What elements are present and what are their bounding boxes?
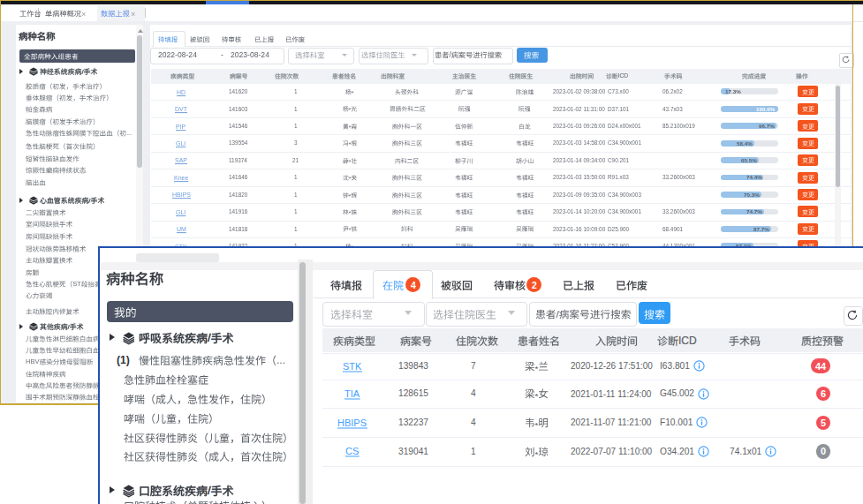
svg-text:F10.001: F10.001: [660, 417, 693, 427]
svg-text:O34.201: O34.201: [660, 447, 694, 456]
svg-text:*: *: [535, 449, 539, 459]
svg-text:2023-01-02 09:38:00: 2023-01-02 09:38:00: [553, 88, 606, 94]
svg-text:2023-01-09 09:35:00: 2023-01-09 09:35:00: [553, 192, 606, 198]
svg-text:R91.x03: R91.x03: [608, 174, 629, 180]
svg-text:-: -: [221, 51, 223, 60]
svg-text:CS: CS: [345, 446, 359, 456]
svg-text:C73.x00: C73.x00: [608, 88, 629, 94]
svg-text:70.3%: 70.3%: [744, 192, 760, 198]
svg-text:ICD: ICD: [618, 73, 629, 79]
svg-text:1: 1: [294, 88, 298, 94]
svg-text:33.2600x003: 33.2600x003: [662, 174, 695, 180]
svg-text:I63.801: I63.801: [660, 361, 690, 371]
svg-text:17.3%: 17.3%: [725, 88, 741, 94]
svg-text:2023-08-24: 2023-08-24: [231, 51, 269, 60]
svg-text:139843: 139843: [398, 361, 428, 371]
svg-text:68.4901: 68.4901: [662, 226, 683, 232]
svg-text:2023-01-14 09:34:00: 2023-01-14 09:34:00: [553, 157, 606, 163]
svg-text:2023-01-03 15:50:00: 2023-01-03 15:50:00: [553, 174, 606, 180]
svg-text:85.2100x019: 85.2100x019: [662, 123, 695, 129]
svg-text:/: /: [68, 323, 71, 331]
svg-text:2023-01-02 11:31:00: 2023-01-02 11:31:00: [553, 106, 605, 112]
svg-text:ST: ST: [72, 281, 81, 289]
svg-text:2022-08-24: 2022-08-24: [158, 51, 197, 60]
svg-text:...: ...: [276, 355, 285, 367]
svg-text:33.2600x003: 33.2600x003: [662, 208, 695, 214]
svg-text:132237: 132237: [398, 417, 428, 427]
svg-text:87.7%: 87.7%: [753, 226, 769, 232]
svg-text:5: 5: [821, 417, 826, 428]
svg-text:×: ×: [131, 9, 135, 18]
svg-text:*: *: [535, 391, 539, 401]
svg-text:1: 1: [294, 123, 298, 129]
svg-text:141916: 141916: [229, 208, 248, 214]
svg-text:*: *: [352, 90, 354, 96]
svg-text:C34.900x001: C34.900x001: [608, 139, 641, 146]
svg-text:/: /: [207, 331, 210, 344]
svg-text:141603: 141603: [229, 106, 248, 112]
svg-text:/: /: [88, 196, 91, 204]
svg-text:1: 1: [294, 192, 298, 198]
svg-text:...: ...: [126, 129, 132, 137]
svg-text:65.5%: 65.5%: [741, 157, 757, 163]
svg-text:*: *: [349, 176, 352, 182]
svg-text:21: 21: [292, 157, 299, 163]
svg-text:GLI: GLI: [176, 140, 185, 147]
svg-text:6: 6: [821, 388, 826, 399]
svg-text:TIA: TIA: [344, 388, 360, 399]
svg-text:2023-01-03 14:58:00: 2023-01-03 14:58:00: [553, 139, 606, 146]
svg-text:06.2x02: 06.2x02: [662, 88, 683, 94]
svg-text:141646: 141646: [229, 174, 248, 180]
svg-text:C34.900x001: C34.900x001: [608, 208, 641, 214]
svg-text:319041: 319041: [398, 447, 428, 456]
svg-text:2022-07-07 11:10:00: 2022-07-07 11:10:00: [571, 447, 653, 456]
svg-text:*: *: [349, 210, 352, 216]
svg-text:*: *: [349, 141, 352, 147]
svg-text:HBIPS: HBIPS: [172, 192, 191, 198]
svg-text:/: /: [81, 68, 84, 76]
svg-text:1: 1: [471, 447, 476, 456]
svg-text:1: 1: [294, 208, 298, 214]
svg-text:2021-01-11 11:24:00: 2021-01-11 11:24:00: [571, 389, 652, 399]
svg-text:*: *: [349, 124, 352, 131]
svg-text:2023-01-14 10:20:00: 2023-01-14 10:20:00: [553, 208, 606, 214]
svg-text:*: *: [349, 159, 352, 165]
svg-text:74.1x01: 74.1x01: [730, 447, 762, 456]
svg-text:C90.201: C90.201: [608, 157, 630, 163]
svg-text:141620: 141620: [229, 88, 248, 94]
svg-text:PIP: PIP: [176, 123, 186, 129]
svg-text:C34.900x003: C34.900x003: [608, 192, 641, 198]
svg-text:74.7%: 74.7%: [746, 208, 762, 214]
svg-text:141818: 141818: [229, 226, 248, 232]
svg-text:96.7%: 96.7%: [759, 123, 775, 129]
svg-text:/: /: [207, 484, 210, 497]
svg-text:2021-11-07 11:21:00: 2021-11-07 11:21:00: [571, 417, 652, 427]
svg-text:2023-01-03 09:26:00: 2023-01-03 09:26:00: [553, 123, 606, 129]
svg-text:D25.900: D25.900: [608, 226, 630, 232]
svg-text:1: 1: [294, 226, 298, 232]
svg-text:2020-12-26 17:51:00: 2020-12-26 17:51:00: [571, 361, 653, 371]
svg-text:ICD: ICD: [678, 335, 697, 347]
svg-text:1: 1: [294, 174, 298, 180]
svg-text:D37.101: D37.101: [608, 106, 630, 112]
svg-text:*: *: [535, 364, 539, 373]
svg-text:*: *: [349, 192, 352, 199]
svg-text:*: *: [349, 227, 352, 233]
svg-text:7: 7: [471, 361, 476, 371]
svg-text:2: 2: [532, 280, 537, 290]
svg-text:×: ×: [81, 9, 86, 18]
svg-text:141546: 141546: [229, 123, 248, 129]
svg-text:*: *: [349, 107, 352, 113]
svg-text:4: 4: [471, 417, 476, 427]
svg-text:HBV: HBV: [26, 358, 41, 366]
svg-text:*: *: [535, 420, 539, 430]
svg-text:Knee: Knee: [174, 175, 188, 181]
svg-text:44: 44: [815, 361, 827, 372]
svg-text:43.7x03: 43.7x03: [662, 106, 683, 112]
svg-text:/: /: [556, 308, 560, 320]
svg-text:3: 3: [294, 139, 298, 146]
svg-text:139554: 139554: [229, 139, 248, 146]
svg-text:STK: STK: [343, 361, 362, 372]
svg-text:100.0%: 100.0%: [756, 105, 776, 111]
svg-text:1: 1: [294, 106, 298, 112]
